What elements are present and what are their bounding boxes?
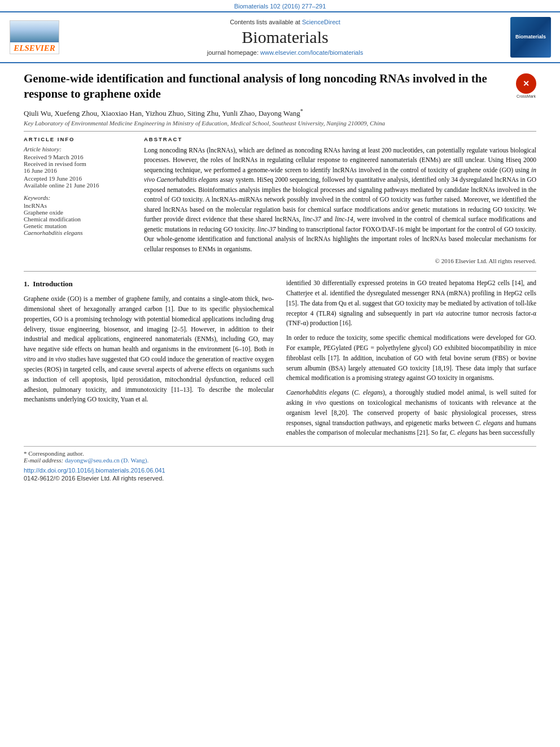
crossmark-badge[interactable]: ✕ CrossMark <box>516 73 536 98</box>
keyword-2: Graphene oxide <box>24 209 134 216</box>
doi-link[interactable]: http://dx.doi.org/10.1016/j.biomaterials… <box>24 467 165 474</box>
authors-line: Qiuli Wu, Xuefeng Zhou, Xiaoxiao Han, Yi… <box>24 108 536 118</box>
journal-center-info: Contents lists available at ScienceDirec… <box>65 19 505 56</box>
email-address[interactable]: dayongw@seu.edu.cn (D. Wang). <box>65 457 148 464</box>
journal-header: ELSEVIER Contents lists available at Sci… <box>0 11 560 63</box>
biomaterials-logo-text: Biomaterials <box>514 32 548 42</box>
keyword-3: Chemical modification <box>24 216 134 222</box>
corresponding-author: * Corresponding author. <box>24 450 536 457</box>
title-row: Genome-wide identification and functiona… <box>24 71 536 102</box>
intro-para-4: Caenorhabditis elegans (C. elegans), a t… <box>286 388 536 438</box>
intro-para-1: Graphene oxide (GO) is a member of graph… <box>24 294 274 405</box>
article-info-column: Article info Article history: Received 9… <box>24 136 134 264</box>
intro-para-2: identified 30 differentially expressed p… <box>286 278 536 329</box>
issn-line: 0142-9612/© 2016 Elsevier Ltd. All right… <box>24 475 536 482</box>
email-line: E-mail address: dayongw@seu.edu.cn (D. W… <box>24 457 536 464</box>
main-content: Genome-wide identification and functiona… <box>0 63 560 487</box>
journal-reference: Biomaterials 102 (2016) 277–291 <box>234 3 326 10</box>
affiliation-line: Key Laboratory of Environmental Medicine… <box>24 120 536 126</box>
keyword-1: lncRNAs <box>24 202 134 209</box>
article-title: Genome-wide identification and functiona… <box>24 71 509 102</box>
abstract-heading: Abstract <box>144 136 536 142</box>
abstract-text: Long noncoding RNAs (lncRNAs), which are… <box>144 146 536 254</box>
header-divider <box>24 131 536 132</box>
journal-reference-bar: Biomaterials 102 (2016) 277–291 <box>0 0 560 11</box>
homepage-line: journal homepage: www.elsevier.com/locat… <box>65 49 505 56</box>
email-label: E-mail address: <box>24 457 63 464</box>
biomaterials-logo-right: Biomaterials <box>510 17 551 58</box>
received-revised-label: Received in revised form <box>24 160 134 167</box>
body-column-right: identified 30 differentially expressed p… <box>286 278 536 438</box>
received-date: Received 9 March 2016 <box>24 154 134 160</box>
revised-date: 16 June 2016 <box>24 167 134 174</box>
authors-text: Qiuli Wu, Xuefeng Zhou, Xiaoxiao Han, Yi… <box>24 109 303 117</box>
intro-para-3: In order to reduce the toxicity, some sp… <box>286 333 536 383</box>
abstract-column: Abstract Long noncoding RNAs (lncRNAs), … <box>144 136 536 264</box>
body-divider <box>24 271 536 272</box>
info-abstract-row: Article info Article history: Received 9… <box>24 136 536 264</box>
keywords-label: Keywords: <box>24 194 134 201</box>
elsevier-logo-left: ELSEVIER <box>9 19 60 55</box>
journal-name-main: Biomaterials <box>65 28 505 47</box>
available-online: Available online 21 June 2016 <box>24 182 134 189</box>
homepage-url[interactable]: www.elsevier.com/locate/biomaterials <box>260 49 363 56</box>
doi-line: http://dx.doi.org/10.1016/j.biomaterials… <box>24 466 536 475</box>
footnotes-section: * Corresponding author. E-mail address: … <box>24 446 536 482</box>
keywords-section: Keywords: lncRNAs Graphene oxide Chemica… <box>24 194 134 236</box>
copyright-line: © 2016 Elsevier Ltd. All rights reserved… <box>144 257 536 264</box>
body-column-left: 1. Introduction Graphene oxide (GO) is a… <box>24 278 274 438</box>
intro-heading: 1. Introduction <box>24 278 274 290</box>
accepted-date: Accepted 19 June 2016 <box>24 175 134 182</box>
article-info-heading: Article info <box>24 136 134 142</box>
elsevier-strip: ELSEVIER <box>10 20 59 54</box>
history-label: Article history: <box>24 146 134 152</box>
keyword-4: Genetic mutation <box>24 222 134 229</box>
contents-line: Contents lists available at ScienceDirec… <box>65 19 505 25</box>
body-columns: 1. Introduction Graphene oxide (GO) is a… <box>24 278 536 438</box>
sciencedirect-link[interactable]: ScienceDirect <box>302 19 340 25</box>
keyword-5: Caenorhabditis elegans <box>24 229 134 236</box>
